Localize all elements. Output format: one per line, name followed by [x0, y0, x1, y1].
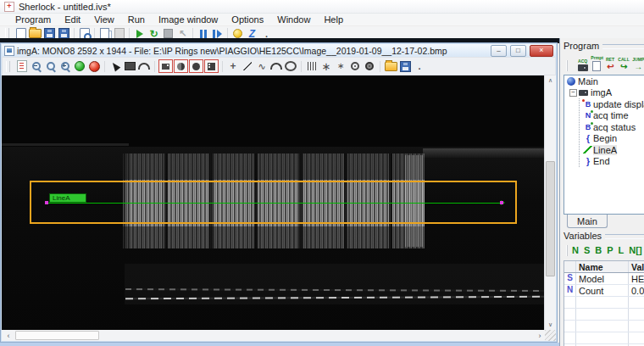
menu-options[interactable]: Options — [225, 14, 270, 25]
program-header-label: Program — [564, 41, 599, 51]
tab-main[interactable]: Main — [567, 215, 608, 228]
add-line-button[interactable]: L — [619, 245, 625, 255]
zoom-in-button[interactable] — [58, 60, 72, 73]
minimize-button[interactable]: – — [491, 45, 507, 57]
tree-item-linea[interactable]: LineA — [580, 144, 644, 156]
tree-item-end[interactable]: } End — [580, 156, 644, 168]
resize-grip[interactable] — [545, 330, 556, 341]
scroll-up-icon[interactable]: ∧ — [545, 75, 556, 86]
collapse-minus-icon[interactable]: − — [569, 89, 577, 97]
header-rule — [605, 234, 644, 239]
menu-view[interactable]: View — [87, 14, 121, 25]
arc-roi-button[interactable] — [137, 60, 151, 73]
tree-item-main[interactable]: Main — [564, 75, 644, 87]
menu-program[interactable]: Program — [8, 14, 58, 25]
add-bool-button[interactable]: B — [595, 245, 602, 255]
add-number-button[interactable]: N — [572, 245, 579, 255]
mask-film-button[interactable] — [204, 59, 219, 73]
vertical-scrollbar[interactable]: ∧ ∨ — [544, 75, 556, 330]
menu-run[interactable]: Run — [121, 14, 152, 25]
probe-line[interactable] — [48, 203, 502, 204]
program-sphere-icon — [567, 77, 575, 86]
rectangle-roi-button[interactable] — [123, 60, 136, 73]
image-canvas[interactable]: LineA — [2, 75, 544, 330]
stop-red-button[interactable] — [87, 60, 101, 73]
horizontal-scrollbar[interactable]: ‹ › — [2, 330, 545, 341]
variable-row-model[interactable]: S Model HE125 — [564, 273, 644, 285]
menu-edit[interactable]: Edit — [58, 14, 87, 25]
app-title: Sherlock - untitled.ivs* — [19, 2, 111, 12]
annulus-tool-button[interactable] — [363, 60, 376, 73]
bool-var-icon: B — [583, 123, 593, 131]
vertical-scroll-thumb[interactable] — [546, 161, 555, 276]
select-pointer-button[interactable] — [108, 60, 122, 73]
empty-row[interactable] — [564, 321, 644, 332]
probe-endpoint-right[interactable] — [500, 201, 503, 204]
ellipse-tool-button[interactable] — [284, 60, 297, 73]
program-tree: Main − imgA B update display im N acq ti… — [564, 75, 644, 215]
tree-item-acq-time[interactable]: N acq time — [580, 110, 644, 122]
add-point-button[interactable]: P — [607, 245, 613, 255]
scroll-right-icon[interactable]: › — [535, 330, 545, 341]
image-window: imgA: MONO8 2592 x 1944 - File: E:\IP Ri… — [0, 42, 558, 343]
close-brace-icon: } — [583, 157, 593, 166]
empty-row[interactable] — [564, 297, 644, 309]
mask-rect-button[interactable] — [158, 59, 173, 73]
floor-edge-left — [2, 143, 129, 146]
camera-icon — [579, 90, 588, 96]
variables-toolbar: N S B P L N[] S — [564, 241, 644, 260]
separator — [154, 61, 155, 72]
tree-item-update-display[interactable]: B update display im — [580, 98, 644, 110]
line-tool-button[interactable] — [241, 60, 254, 73]
burst-tool-button[interactable]: ∗ — [334, 60, 347, 73]
arc-tool-button[interactable] — [269, 60, 283, 73]
jump-instruction-button[interactable]: JUMP → — [632, 57, 644, 71]
image-setup-button[interactable] — [15, 60, 29, 73]
point-tool-button[interactable]: + — [226, 60, 240, 73]
return-instruction-button[interactable]: RET ↩ — [605, 57, 615, 71]
empty-row[interactable] — [564, 309, 644, 321]
mask-circle-button[interactable] — [174, 59, 188, 73]
scroll-left-icon[interactable]: ‹ — [3, 330, 14, 341]
menu-window[interactable]: Window — [270, 14, 317, 25]
open-brace-icon: { — [583, 134, 593, 143]
image-window-titlebar[interactable]: imgA: MONO8 2592 x 1944 - File: E:\IP Ri… — [2, 44, 556, 57]
horizontal-scroll-thumb[interactable] — [15, 331, 99, 340]
close-button[interactable]: × — [530, 45, 553, 57]
toolbar-grip — [566, 245, 568, 256]
mask-disc-button[interactable] — [189, 59, 203, 73]
tree-item-imga[interactable]: − imgA — [564, 87, 644, 99]
probe-endpoint-left[interactable] — [45, 201, 48, 204]
tree-item-begin[interactable]: { Begin — [580, 133, 644, 145]
live-green-button[interactable] — [73, 60, 86, 73]
maximize-button[interactable]: □ — [510, 45, 526, 57]
menu-help[interactable]: Help — [317, 14, 350, 25]
zoom-reset-button[interactable] — [44, 60, 58, 73]
load-image-button[interactable] — [384, 60, 397, 73]
save-image-button[interactable] — [398, 60, 412, 73]
variable-row-count[interactable]: N Count 0.00 — [564, 285, 644, 297]
add-string-button[interactable]: S — [584, 245, 590, 255]
roi-label[interactable]: LineA — [49, 193, 86, 203]
empty-row[interactable] — [564, 332, 644, 344]
program-group-header: Program — [564, 41, 644, 51]
menu-image-window[interactable]: Image window — [152, 14, 225, 25]
toolbar-overflow-button[interactable]: . — [413, 60, 426, 73]
variables-group-header: Variables — [564, 231, 644, 241]
acquire-instruction-button[interactable]: ACQ — [577, 59, 588, 71]
add-number-array-button[interactable]: N[] — [629, 245, 641, 255]
variables-table: Name Value S Model HE125 N Count 0.00 — [564, 260, 644, 346]
line-roi-icon — [583, 146, 592, 153]
prompt-instruction-button[interactable]: Prmpt — [591, 55, 602, 71]
raster-tool-button[interactable] — [305, 60, 319, 73]
scroll-down-icon[interactable]: ∨ — [545, 320, 556, 330]
spiral-tool-button[interactable] — [348, 60, 362, 73]
tree-item-acq-status[interactable]: B acq status — [580, 121, 644, 133]
star-tool-button[interactable]: ∗ — [319, 60, 333, 73]
floor-edge-right — [423, 148, 544, 158]
image-window-icon — [4, 46, 14, 56]
polyline-tool-button[interactable]: ∿ — [255, 60, 269, 73]
call-instruction-button[interactable]: CALL ↪ — [618, 57, 630, 71]
separator — [301, 61, 302, 72]
zoom-out-button[interactable] — [30, 60, 43, 73]
